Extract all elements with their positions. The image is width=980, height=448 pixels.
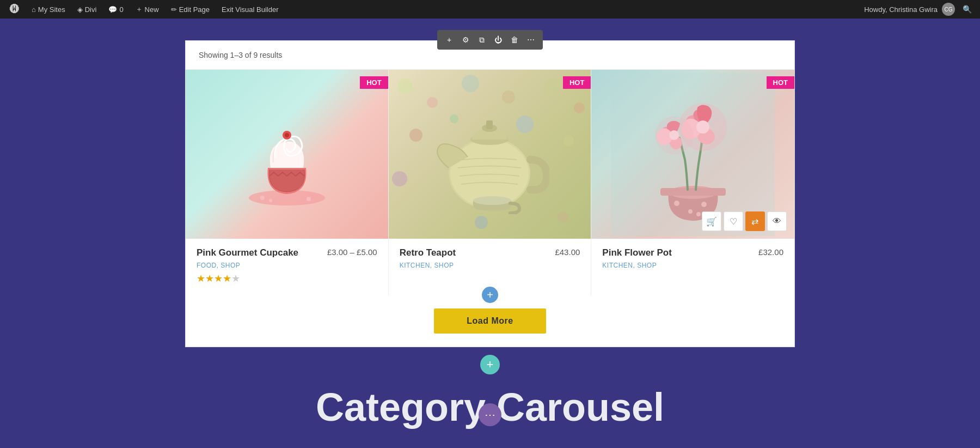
product-cats-flowerpot: KITCHEN, SHOP: [602, 262, 783, 269]
svg-point-31: [696, 212, 701, 216]
toolbar-delete-button[interactable]: 🗑: [507, 32, 522, 47]
product-price-teapot: £43.00: [555, 247, 580, 257]
svg-rect-27: [660, 188, 726, 196]
shop-section: + ⚙ ⧉ ⏻ 🗑 ⋯ Showing 1–3 of 9 results: [185, 40, 795, 347]
toolbar-clone-button[interactable]: ⧉: [474, 32, 489, 47]
cat-kitchen-link[interactable]: KITCHEN: [400, 262, 430, 269]
svg-point-12: [409, 129, 422, 142]
hot-badge-flowerpot: HOT: [767, 76, 794, 89]
my-sites-menu[interactable]: ⌂ My Sites: [27, 0, 70, 19]
teapot-svg: [430, 94, 549, 214]
svg-point-29: [688, 209, 693, 214]
user-greeting: Howdy, Christina Gwira: [864, 5, 938, 14]
product-title-flowerpot: Pink Flower Pot: [602, 247, 672, 258]
hot-badge-teapot: HOT: [563, 76, 591, 89]
plus-icon: ＋: [136, 4, 143, 14]
cupcake-svg: [238, 97, 336, 211]
product-info-flowerpot: Pink Flower Pot £32.00 KITCHEN, SHOP: [591, 239, 794, 283]
admin-bar: 🅦 ⌂ My Sites ◈ Divi 💬 0 ＋ New ✏ Edit Pag…: [0, 0, 980, 19]
svg-point-4: [269, 199, 272, 202]
products-grid: HOT Pink Gourmet Cupcake £3.00 – £5.00 F…: [186, 70, 794, 295]
svg-point-3: [260, 196, 265, 200]
new-menu[interactable]: ＋ New: [131, 0, 163, 19]
comment-icon: 💬: [108, 5, 117, 14]
cat-shop-link[interactable]: SHOP: [220, 262, 240, 269]
cupcake-image: [186, 70, 388, 239]
divi-menu[interactable]: ◈ Divi: [73, 0, 101, 19]
product-rating-cupcake: ★★★★★: [197, 273, 377, 284]
avatar[interactable]: CG: [942, 3, 955, 16]
module-toolbar: + ⚙ ⧉ ⏻ 🗑 ⋯: [437, 30, 543, 50]
product-cats-cupcake: FOOD, SHOP: [197, 262, 377, 269]
teapot-image: [389, 70, 591, 239]
toolbar-disable-button[interactable]: ⏻: [491, 32, 506, 47]
hot-badge-cupcake: HOT: [360, 76, 388, 89]
svg-point-10: [544, 78, 560, 94]
wishlist-button[interactable]: ♡: [724, 211, 743, 231]
product-info-cupcake: Pink Gourmet Cupcake £3.00 – £5.00 FOOD,…: [186, 239, 388, 295]
quickview-button[interactable]: 👁: [767, 211, 787, 231]
product-price-flowerpot: £32.00: [758, 247, 783, 257]
product-image-flowerpot: HOT 🛒 ♡ ⇄ 👁: [591, 70, 794, 239]
add-section-button[interactable]: +: [480, 355, 500, 374]
product-card-flowerpot: HOT 🛒 ♡ ⇄ 👁 Pink Flower Pot £32.00: [591, 70, 794, 295]
cat-food-link[interactable]: FOOD: [197, 262, 217, 269]
svg-point-8: [462, 75, 479, 92]
toolbar-add-button[interactable]: +: [442, 32, 457, 47]
pencil-icon: ✏: [171, 5, 177, 14]
product-title-cupcake: Pink Gourmet Cupcake: [197, 247, 298, 258]
svg-point-17: [475, 216, 488, 229]
add-to-cart-button[interactable]: 🛒: [702, 211, 721, 231]
svg-point-33: [696, 120, 709, 134]
floating-menu-button[interactable]: ⋯: [479, 403, 501, 426]
toolbar-settings-button[interactable]: ⚙: [458, 32, 473, 47]
svg-point-15: [563, 135, 574, 146]
svg-point-2: [285, 133, 289, 137]
svg-point-18: [558, 211, 568, 222]
admin-bar-right: Howdy, Christina Gwira CG 🔍: [864, 2, 975, 17]
compare-button[interactable]: ⇄: [745, 211, 765, 231]
load-more-wrap: + Load More: [186, 295, 794, 347]
svg-point-5: [307, 197, 311, 201]
product-image-teapot: HOT: [389, 70, 591, 239]
cat-kitchen-link-2[interactable]: KITCHEN: [602, 262, 633, 269]
product-info-teapot: Retro Teapot £43.00 KITCHEN, SHOP: [389, 239, 591, 283]
home-icon: ⌂: [32, 5, 36, 14]
product-card-teapot: HOT Retro Teapot £43.00 KITCHEN, SHOP: [389, 70, 592, 295]
wordpress-icon: 🅦: [10, 4, 20, 15]
product-image-cupcake: HOT: [186, 70, 388, 239]
exit-visual-builder-link[interactable]: Exit Visual Builder: [217, 0, 283, 19]
svg-point-35: [669, 130, 679, 140]
product-price-cupcake: £3.00 – £5.00: [327, 247, 377, 257]
svg-point-6: [397, 78, 413, 94]
wp-logo[interactable]: 🅦: [5, 0, 24, 19]
svg-rect-23: [486, 120, 493, 129]
divi-icon: ◈: [77, 5, 83, 14]
product-title-teapot: Retro Teapot: [400, 247, 456, 258]
svg-point-16: [392, 171, 407, 186]
cat-shop-link-2[interactable]: SHOP: [434, 262, 454, 269]
svg-point-30: [701, 202, 707, 207]
add-module-button[interactable]: +: [482, 287, 498, 303]
edit-page-link[interactable]: ✏ Edit Page: [167, 0, 214, 19]
toolbar-more-button[interactable]: ⋯: [523, 32, 538, 47]
load-more-button[interactable]: Load More: [434, 308, 546, 334]
comments-menu[interactable]: 💬 0: [104, 0, 127, 19]
product-card-cupcake: HOT Pink Gourmet Cupcake £3.00 – £5.00 F…: [186, 70, 389, 295]
product-cats-teapot: KITCHEN, SHOP: [400, 262, 580, 269]
svg-point-24: [473, 196, 511, 205]
svg-point-11: [574, 102, 585, 113]
svg-point-28: [674, 201, 679, 206]
cat-shop-link-3[interactable]: SHOP: [637, 262, 657, 269]
page-content: + ⚙ ⧉ ⏻ 🗑 ⋯ Showing 1–3 of 9 results: [0, 19, 980, 448]
product-actions-flowerpot: 🛒 ♡ ⇄ 👁: [702, 211, 787, 231]
search-icon[interactable]: 🔍: [959, 2, 975, 17]
